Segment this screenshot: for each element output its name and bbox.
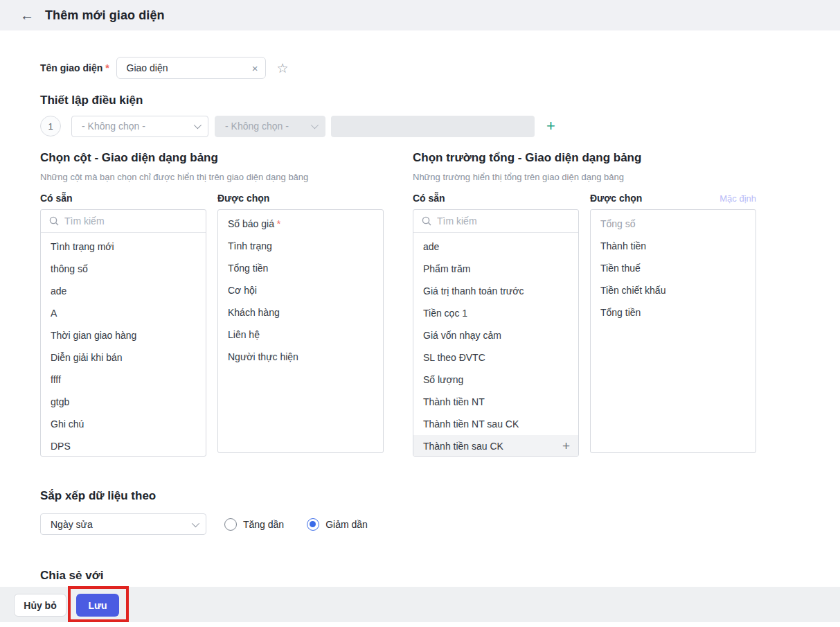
form-content: Tên giao diện * Giao diện × ☆ Thiết lập … [0,30,840,584]
list-item[interactable]: Giá trị thanh toán trước+ [413,280,578,302]
list-item[interactable]: Tình trạng+ [218,235,383,257]
list-item[interactable]: Tổng tiền+ [218,257,383,279]
condition-value-input [331,116,535,137]
list-item[interactable]: ade+ [413,236,578,258]
list-item[interactable]: gtgb+ [41,391,206,413]
clear-icon[interactable]: × [252,62,258,74]
chevron-down-icon [311,121,319,129]
list-item[interactable]: Thời gian giao hàng+ [41,324,206,346]
sort-field-select[interactable]: Ngày sửa [40,513,206,535]
chevron-down-icon [194,121,202,129]
list-item[interactable]: Diễn giải khi bán+ [41,346,206,369]
totals-section: Chọn trường tổng - Giao diện dạng bảng N… [413,150,756,457]
radio-circle-icon [307,518,319,531]
list-item[interactable]: Tình trạng mới+ [41,236,206,258]
favorite-star-icon[interactable]: ☆ [277,60,289,76]
list-item[interactable]: Số lượng+ [413,369,578,391]
columns-section-title: Chọn cột - Giao diện dạng bảng [40,150,384,166]
list-item[interactable]: Tiền thuế+ [591,257,756,279]
list-item[interactable]: Thành tiền sau CK+ [413,435,578,457]
search-icon [422,216,431,226]
condition-field-select[interactable]: - Không chọn - [71,116,208,137]
view-name-value: Giao diện [127,62,252,73]
columns-search-input[interactable] [64,215,199,227]
conditions-section-title: Thiết lập điều kiện [40,92,840,109]
list-item[interactable]: Khách hàng+ [218,301,383,324]
sort-row: Ngày sửa Tăng dần Giảm dần [40,513,840,535]
add-item-icon[interactable]: + [562,435,570,457]
list-item[interactable]: thông số+ [41,258,206,280]
footer-bar: Hủy bỏ Lưu [0,587,840,622]
columns-selected-label: Được chọn [217,193,384,204]
cancel-button[interactable]: Hủy bỏ [14,594,66,617]
list-item[interactable]: Tiền cọc 1+ [413,302,578,324]
columns-section-subtitle: Những cột mà bạn chọn chỉ được hiển thị … [40,171,384,183]
add-view-page: ← Thêm mới giao diện Tên giao diện * Gia… [0,0,840,627]
list-item[interactable]: Số báo giá+ [218,213,383,235]
search-icon [49,216,59,226]
list-item[interactable]: Phẩm trăm+ [413,258,578,280]
totals-search[interactable] [413,210,578,233]
list-item[interactable]: Tiền chiết khấu+ [591,279,756,301]
list-item[interactable]: A+ [41,302,206,324]
list-item[interactable]: Thành tiền NT sau CK+ [413,413,578,435]
condition-row: 1 - Không chọn - - Không chọn - + [40,115,840,137]
totals-section-subtitle: Những trường hiển thị tổng trên giao diệ… [413,171,756,183]
list-item[interactable]: Ghi chú+ [41,413,206,435]
view-name-input[interactable]: Giao diện × [116,57,266,79]
columns-selected-list: Số báo giá+ Tình trạng+ Tổng tiền+ [217,209,384,453]
list-item[interactable]: Thành tiền+ [591,235,756,257]
add-condition-icon[interactable]: + [546,118,555,134]
view-name-row: Tên giao diện * Giao diện × ☆ [40,57,840,79]
list-item[interactable]: ade+ [41,280,206,302]
default-link[interactable]: Mặc định [720,193,756,204]
list-item[interactable]: Tổng số+ [591,213,756,235]
list-item[interactable]: Liên hệ+ [218,324,383,346]
list-item[interactable]: Thành tiền NT+ [413,391,578,413]
list-item[interactable]: Tổng tiền+ [591,301,756,324]
page-header: ← Thêm mới giao diện [0,0,840,30]
condition-operator-select: - Không chọn - [215,116,325,137]
totals-search-input[interactable] [437,215,571,227]
condition-number-badge: 1 [40,116,61,136]
totals-selected-label: Được chọn [590,193,642,204]
list-item[interactable]: ffff+ [41,369,206,391]
totals-section-title: Chọn trường tổng - Giao diện dạng bảng [413,150,756,166]
columns-available-list: Tình trạng mới+ thông số+ ade+ [40,209,206,457]
list-item[interactable]: Giá vốn nhạy cảm+ [413,324,578,346]
sort-section-title: Sắp xếp dữ liệu theo [40,488,840,504]
radio-circle-icon [224,518,237,531]
list-item[interactable]: DPS+ [41,435,206,457]
columns-search[interactable] [41,210,206,233]
list-item[interactable]: Người thực hiện+ [218,346,383,368]
radio-ascending[interactable]: Tăng dần [224,518,284,531]
totals-selected-list: Tổng số+ Thành tiền+ Tiền thuế+ [590,209,756,453]
page-title: Thêm mới giao diện [45,8,165,23]
list-item[interactable]: SL theo ĐVTC+ [413,346,578,369]
columns-available-label: Có sẵn [40,193,206,204]
columns-section: Chọn cột - Giao diện dạng bảng Những cột… [40,150,384,457]
view-name-label: Tên giao diện * [40,62,109,73]
required-asterisk: * [105,62,109,73]
save-button[interactable]: Lưu [76,594,119,617]
radio-descending[interactable]: Giảm dần [307,518,368,531]
list-item[interactable]: Cơ hội+ [218,279,383,301]
back-icon[interactable]: ← [20,8,34,22]
totals-available-list: ade+ Phẩm trăm+ Giá trị thanh toán trước… [413,209,579,457]
totals-available-label: Có sẵn [413,193,579,204]
chevron-down-icon [192,519,199,527]
share-section-title: Chia sẻ với [40,567,840,584]
